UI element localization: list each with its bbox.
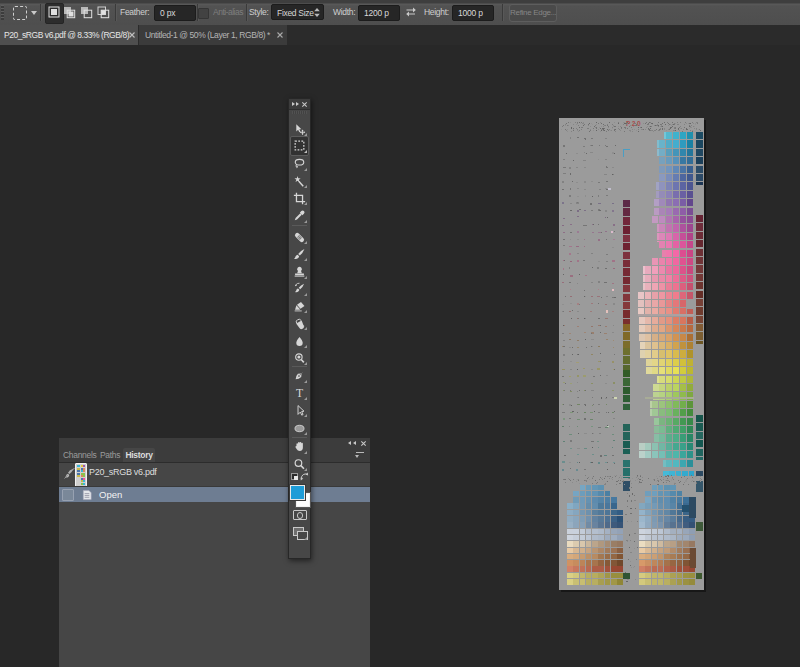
svg-text:P20: P20 — [626, 120, 642, 127]
svg-text:T: T — [296, 387, 303, 399]
